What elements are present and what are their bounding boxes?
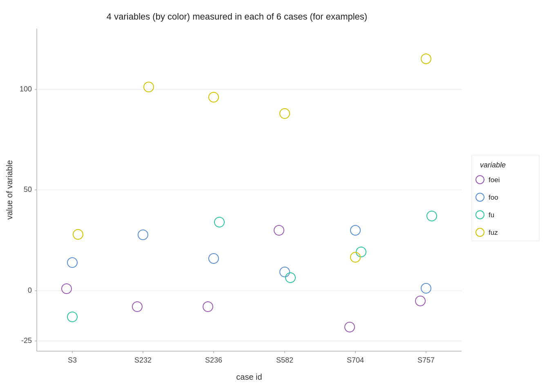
y-tick-0: 0 xyxy=(28,286,32,294)
data-point xyxy=(67,258,77,267)
y-axis-label: value of variable xyxy=(5,160,14,220)
scatter-plot: 4 variables (by color) measured in each … xyxy=(0,0,549,392)
chart-container: 4 variables (by color) measured in each … xyxy=(0,0,549,392)
data-point xyxy=(280,109,290,118)
x-tick-s757: S757 xyxy=(417,356,435,364)
data-point xyxy=(421,54,431,64)
data-point xyxy=(138,230,148,240)
data-point xyxy=(427,211,437,221)
data-point xyxy=(280,267,290,277)
data-point xyxy=(214,217,224,227)
x-tick-s582: S582 xyxy=(276,356,293,364)
data-point xyxy=(132,302,142,312)
data-point xyxy=(286,273,295,283)
legend-title: variable xyxy=(480,161,506,169)
x-axis-label: case id xyxy=(236,372,262,381)
data-point xyxy=(67,312,77,322)
legend-label-foo: foo xyxy=(489,194,498,201)
data-point xyxy=(415,296,425,306)
x-tick-s232: S232 xyxy=(134,356,152,364)
x-tick-s704: S704 xyxy=(347,356,364,364)
data-point xyxy=(421,283,431,293)
data-point xyxy=(73,229,83,239)
data-point xyxy=(62,284,71,294)
data-point xyxy=(350,252,360,262)
legend-label-foei: foei xyxy=(489,176,500,184)
x-tick-s236: S236 xyxy=(205,356,222,364)
data-point xyxy=(345,322,355,332)
y-tick-minus25: -25 xyxy=(21,336,32,345)
data-point xyxy=(350,225,360,235)
legend-label-fu: fu xyxy=(489,211,494,219)
x-tick-s3: S3 xyxy=(68,356,77,364)
y-tick-100: 100 xyxy=(20,85,32,93)
data-point xyxy=(203,302,213,312)
data-point xyxy=(144,82,154,92)
legend-label-fuz: fuz xyxy=(489,229,498,236)
data-point xyxy=(274,225,284,235)
data-point xyxy=(209,92,219,102)
chart-title: 4 variables (by color) measured in each … xyxy=(107,11,367,22)
y-tick-50: 50 xyxy=(24,185,32,194)
data-point xyxy=(356,247,366,257)
data-point xyxy=(209,254,219,263)
